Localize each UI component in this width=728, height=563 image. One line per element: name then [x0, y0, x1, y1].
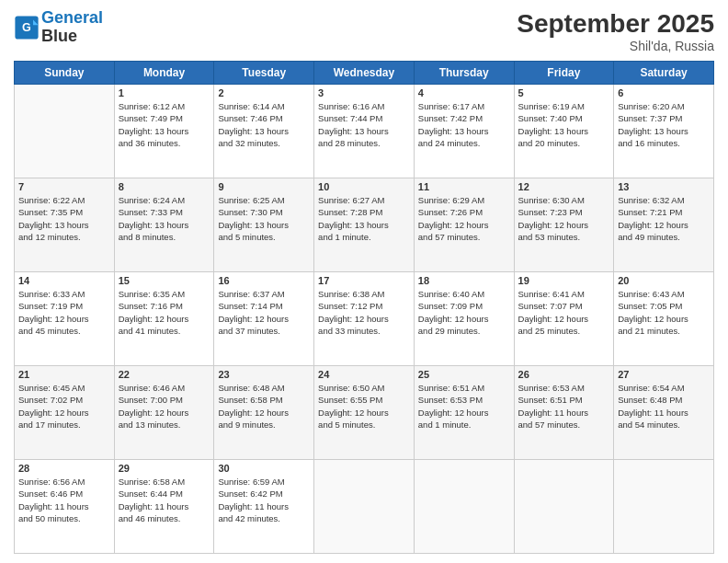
day-number: 27 [618, 369, 710, 380]
month-title: September 2025 [517, 9, 714, 39]
day-info: Sunrise: 6:50 AM Sunset: 6:55 PM Dayligh… [318, 382, 410, 431]
calendar-day-14: 14Sunrise: 6:33 AM Sunset: 7:19 PM Dayli… [15, 272, 115, 366]
day-number: 12 [518, 181, 610, 192]
day-number: 23 [218, 369, 310, 380]
day-info: Sunrise: 6:14 AM Sunset: 7:46 PM Dayligh… [218, 100, 310, 149]
calendar-day-21: 21Sunrise: 6:45 AM Sunset: 7:02 PM Dayli… [15, 366, 115, 460]
day-info: Sunrise: 6:24 AM Sunset: 7:33 PM Dayligh… [119, 194, 210, 243]
calendar-day-15: 15Sunrise: 6:35 AM Sunset: 7:16 PM Dayli… [114, 272, 214, 366]
svg-text:G: G [22, 21, 31, 34]
day-number: 1 [119, 87, 210, 98]
calendar-day-19: 19Sunrise: 6:41 AM Sunset: 7:07 PM Dayli… [514, 272, 614, 366]
calendar-day-5: 5Sunrise: 6:19 AM Sunset: 7:40 PM Daylig… [514, 85, 614, 178]
calendar-day-9: 9Sunrise: 6:25 AM Sunset: 7:30 PM Daylig… [214, 178, 314, 272]
day-number: 29 [119, 463, 210, 474]
calendar-week-row: 28Sunrise: 6:56 AM Sunset: 6:46 PM Dayli… [15, 460, 714, 554]
calendar-day-16: 16Sunrise: 6:37 AM Sunset: 7:14 PM Dayli… [214, 272, 314, 366]
col-header-saturday: Saturday [614, 62, 714, 85]
day-info: Sunrise: 6:35 AM Sunset: 7:16 PM Dayligh… [119, 288, 210, 337]
day-info: Sunrise: 6:51 AM Sunset: 6:53 PM Dayligh… [418, 382, 510, 431]
day-number: 5 [518, 87, 610, 98]
calendar-week-row: 14Sunrise: 6:33 AM Sunset: 7:19 PM Dayli… [15, 272, 714, 366]
calendar-day-24: 24Sunrise: 6:50 AM Sunset: 6:55 PM Dayli… [314, 366, 415, 460]
calendar-day-3: 3Sunrise: 6:16 AM Sunset: 7:44 PM Daylig… [314, 85, 415, 178]
calendar-day-18: 18Sunrise: 6:40 AM Sunset: 7:09 PM Dayli… [414, 272, 514, 366]
day-info: Sunrise: 6:16 AM Sunset: 7:44 PM Dayligh… [318, 100, 410, 149]
calendar-day-23: 23Sunrise: 6:48 AM Sunset: 6:58 PM Dayli… [214, 366, 314, 460]
day-info: Sunrise: 6:29 AM Sunset: 7:26 PM Dayligh… [418, 194, 510, 243]
calendar-day-11: 11Sunrise: 6:29 AM Sunset: 7:26 PM Dayli… [414, 178, 514, 272]
logo: G General Blue [14, 9, 103, 46]
col-header-monday: Monday [114, 62, 214, 85]
logo-text: General Blue [41, 9, 103, 46]
col-header-thursday: Thursday [414, 62, 514, 85]
calendar-day-1: 1Sunrise: 6:12 AM Sunset: 7:49 PM Daylig… [114, 85, 214, 178]
day-info: Sunrise: 6:20 AM Sunset: 7:37 PM Dayligh… [618, 100, 710, 149]
calendar-day-30: 30Sunrise: 6:59 AM Sunset: 6:42 PM Dayli… [214, 460, 314, 554]
day-number: 19 [518, 275, 610, 286]
day-info: Sunrise: 6:19 AM Sunset: 7:40 PM Dayligh… [518, 100, 610, 149]
day-number: 30 [218, 463, 310, 474]
calendar-day-2: 2Sunrise: 6:14 AM Sunset: 7:46 PM Daylig… [214, 85, 314, 178]
calendar-day-20: 20Sunrise: 6:43 AM Sunset: 7:05 PM Dayli… [614, 272, 714, 366]
day-info: Sunrise: 6:25 AM Sunset: 7:30 PM Dayligh… [218, 194, 310, 243]
calendar-empty-cell [614, 460, 714, 554]
day-info: Sunrise: 6:40 AM Sunset: 7:09 PM Dayligh… [418, 288, 510, 337]
day-info: Sunrise: 6:43 AM Sunset: 7:05 PM Dayligh… [618, 288, 710, 337]
day-info: Sunrise: 6:45 AM Sunset: 7:02 PM Dayligh… [18, 382, 110, 431]
day-number: 9 [218, 181, 310, 192]
day-info: Sunrise: 6:59 AM Sunset: 6:42 PM Dayligh… [218, 476, 310, 524]
day-info: Sunrise: 6:17 AM Sunset: 7:42 PM Dayligh… [418, 100, 510, 149]
calendar-week-row: 21Sunrise: 6:45 AM Sunset: 7:02 PM Dayli… [15, 366, 714, 460]
calendar-empty-cell [15, 85, 115, 178]
day-info: Sunrise: 6:33 AM Sunset: 7:19 PM Dayligh… [18, 288, 110, 337]
day-info: Sunrise: 6:22 AM Sunset: 7:35 PM Dayligh… [18, 194, 110, 243]
col-header-friday: Friday [514, 62, 614, 85]
calendar: SundayMondayTuesdayWednesdayThursdayFrid… [14, 61, 714, 554]
title-block: September 2025 Shil'da, Russia [517, 9, 714, 53]
calendar-week-row: 1Sunrise: 6:12 AM Sunset: 7:49 PM Daylig… [15, 85, 714, 178]
calendar-day-6: 6Sunrise: 6:20 AM Sunset: 7:37 PM Daylig… [614, 85, 714, 178]
day-number: 26 [518, 369, 610, 380]
day-info: Sunrise: 6:53 AM Sunset: 6:51 PM Dayligh… [518, 382, 610, 431]
day-info: Sunrise: 6:41 AM Sunset: 7:07 PM Dayligh… [518, 288, 610, 337]
day-info: Sunrise: 6:38 AM Sunset: 7:12 PM Dayligh… [318, 288, 410, 337]
day-info: Sunrise: 6:48 AM Sunset: 6:58 PM Dayligh… [218, 382, 310, 431]
day-number: 13 [618, 181, 710, 192]
day-info: Sunrise: 6:32 AM Sunset: 7:21 PM Dayligh… [618, 194, 710, 243]
calendar-day-13: 13Sunrise: 6:32 AM Sunset: 7:21 PM Dayli… [614, 178, 714, 272]
logo-icon: G [14, 15, 40, 40]
col-header-sunday: Sunday [15, 62, 115, 85]
calendar-day-29: 29Sunrise: 6:58 AM Sunset: 6:44 PM Dayli… [114, 460, 214, 554]
day-number: 18 [418, 275, 510, 286]
day-number: 20 [618, 275, 710, 286]
calendar-day-26: 26Sunrise: 6:53 AM Sunset: 6:51 PM Dayli… [514, 366, 614, 460]
day-info: Sunrise: 6:58 AM Sunset: 6:44 PM Dayligh… [119, 476, 210, 524]
day-info: Sunrise: 6:54 AM Sunset: 6:48 PM Dayligh… [618, 382, 710, 431]
day-number: 16 [218, 275, 310, 286]
day-number: 25 [418, 369, 510, 380]
calendar-header-row: SundayMondayTuesdayWednesdayThursdayFrid… [15, 62, 714, 85]
calendar-day-22: 22Sunrise: 6:46 AM Sunset: 7:00 PM Dayli… [114, 366, 214, 460]
col-header-wednesday: Wednesday [314, 62, 415, 85]
day-info: Sunrise: 6:37 AM Sunset: 7:14 PM Dayligh… [218, 288, 310, 337]
day-number: 22 [119, 369, 210, 380]
calendar-day-8: 8Sunrise: 6:24 AM Sunset: 7:33 PM Daylig… [114, 178, 214, 272]
day-number: 10 [318, 181, 410, 192]
day-number: 6 [618, 87, 710, 98]
day-number: 28 [18, 463, 110, 474]
day-number: 4 [418, 87, 510, 98]
day-number: 21 [18, 369, 110, 380]
calendar-day-27: 27Sunrise: 6:54 AM Sunset: 6:48 PM Dayli… [614, 366, 714, 460]
day-info: Sunrise: 6:30 AM Sunset: 7:23 PM Dayligh… [518, 194, 610, 243]
day-info: Sunrise: 6:56 AM Sunset: 6:46 PM Dayligh… [18, 476, 110, 524]
calendar-day-25: 25Sunrise: 6:51 AM Sunset: 6:53 PM Dayli… [414, 366, 514, 460]
calendar-day-10: 10Sunrise: 6:27 AM Sunset: 7:28 PM Dayli… [314, 178, 415, 272]
day-number: 2 [218, 87, 310, 98]
calendar-day-28: 28Sunrise: 6:56 AM Sunset: 6:46 PM Dayli… [15, 460, 115, 554]
day-info: Sunrise: 6:46 AM Sunset: 7:00 PM Dayligh… [119, 382, 210, 431]
calendar-day-4: 4Sunrise: 6:17 AM Sunset: 7:42 PM Daylig… [414, 85, 514, 178]
calendar-empty-cell [414, 460, 514, 554]
calendar-empty-cell [514, 460, 614, 554]
calendar-day-12: 12Sunrise: 6:30 AM Sunset: 7:23 PM Dayli… [514, 178, 614, 272]
